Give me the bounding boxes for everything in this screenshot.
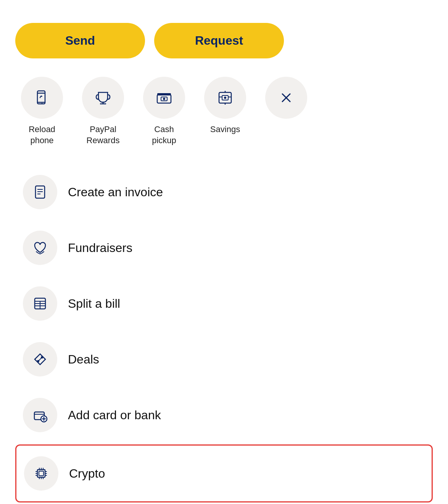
menu-item-deals[interactable]: Deals bbox=[15, 331, 433, 387]
close-circle bbox=[265, 77, 307, 119]
reload-phone-circle bbox=[21, 77, 63, 119]
shortcut-paypal-rewards[interactable]: PayPalRewards bbox=[76, 77, 130, 146]
fundraiser-icon bbox=[32, 240, 48, 255]
menu-label-fundraisers: Fundraisers bbox=[68, 241, 132, 255]
reload-phone-label: Reloadphone bbox=[29, 124, 55, 146]
savings-circle bbox=[204, 77, 246, 119]
invoice-icon bbox=[32, 184, 48, 200]
svg-point-3 bbox=[42, 103, 43, 104]
close-icon bbox=[278, 89, 295, 106]
menu-list: Create an invoice Fundraisers Split a bi… bbox=[15, 164, 433, 504]
shortcut-reload-phone[interactable]: Reloadphone bbox=[15, 77, 69, 146]
cash-pickup-icon bbox=[156, 89, 172, 106]
shortcut-grid: Reloadphone PayPalRewards Cashpickup bbox=[15, 77, 433, 146]
cash-pickup-circle bbox=[143, 77, 185, 119]
menu-label-deals: Deals bbox=[68, 352, 99, 367]
shortcut-close[interactable] bbox=[259, 77, 313, 124]
split-bill-icon-circle bbox=[23, 286, 57, 321]
trophy-icon bbox=[95, 89, 111, 106]
top-buttons-row: Send Request bbox=[15, 23, 433, 58]
add-bank-icon-circle bbox=[23, 398, 57, 432]
menu-label-split-bill: Split a bill bbox=[68, 297, 120, 311]
svg-point-9 bbox=[163, 98, 165, 100]
menu-item-add-card-bank[interactable]: Add card or bank bbox=[15, 387, 433, 443]
cash-pickup-label: Cashpickup bbox=[152, 124, 176, 146]
crypto-icon-circle bbox=[24, 456, 58, 491]
menu-item-crypto[interactable]: Crypto bbox=[15, 444, 433, 502]
menu-label-crypto: Crypto bbox=[69, 467, 105, 481]
svg-rect-7 bbox=[157, 93, 171, 95]
shortcut-cash-pickup[interactable]: Cashpickup bbox=[137, 77, 191, 146]
invoice-icon-circle bbox=[23, 175, 57, 209]
svg-point-30 bbox=[37, 360, 39, 362]
svg-point-14 bbox=[224, 97, 226, 99]
menu-item-fundraisers[interactable]: Fundraisers bbox=[15, 220, 433, 276]
savings-label: Savings bbox=[210, 124, 240, 135]
split-bill-icon bbox=[32, 296, 48, 311]
crypto-icon bbox=[34, 466, 49, 481]
request-button[interactable]: Request bbox=[154, 23, 284, 58]
paypal-rewards-label: PayPalRewards bbox=[87, 124, 120, 146]
reload-phone-icon bbox=[34, 89, 50, 106]
deals-icon-circle bbox=[23, 342, 57, 376]
add-bank-icon bbox=[32, 407, 48, 423]
menu-item-split-bill[interactable]: Split a bill bbox=[15, 276, 433, 331]
shortcut-savings[interactable]: Savings bbox=[198, 77, 252, 135]
paypal-rewards-circle bbox=[82, 77, 124, 119]
menu-item-create-invoice[interactable]: Create an invoice bbox=[15, 164, 433, 220]
svg-rect-37 bbox=[39, 471, 44, 476]
send-button[interactable]: Send bbox=[15, 23, 145, 58]
deals-icon bbox=[32, 352, 48, 367]
fundraiser-icon-circle bbox=[23, 231, 57, 265]
savings-icon bbox=[217, 89, 234, 106]
menu-label-create-invoice: Create an invoice bbox=[68, 185, 163, 199]
menu-label-add-card-bank: Add card or bank bbox=[68, 408, 161, 422]
